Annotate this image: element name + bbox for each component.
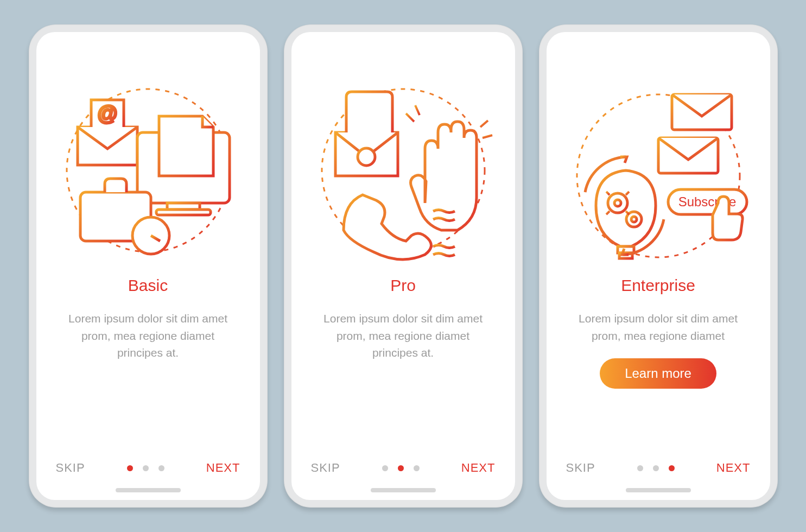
dot-1[interactable] bbox=[637, 465, 643, 471]
page-dots bbox=[637, 465, 675, 471]
skip-button[interactable]: SKIP bbox=[566, 461, 595, 475]
svg-line-23 bbox=[415, 105, 420, 115]
dot-2[interactable] bbox=[653, 465, 659, 471]
next-button[interactable]: NEXT bbox=[716, 461, 751, 475]
skip-button[interactable]: SKIP bbox=[56, 461, 85, 475]
svg-point-40 bbox=[631, 217, 637, 222]
plan-desc: Lorem ipsum dolor sit dim amet prom, mea… bbox=[61, 310, 235, 362]
home-indicator bbox=[116, 488, 181, 492]
dot-3[interactable] bbox=[414, 465, 420, 471]
screen: @ bbox=[36, 32, 260, 500]
onboarding-phone-basic: @ bbox=[29, 24, 268, 508]
svg-line-25 bbox=[483, 135, 492, 138]
plan-desc: Lorem ipsum dolor sit dim amet prom, mea… bbox=[316, 310, 490, 362]
plan-title: Pro bbox=[390, 276, 416, 295]
footer-nav: SKIP NEXT bbox=[36, 461, 260, 475]
page-dots bbox=[127, 465, 164, 471]
footer-nav: SKIP NEXT bbox=[291, 461, 515, 475]
dot-2[interactable] bbox=[398, 465, 404, 471]
onboarding-phone-pro: Pro Lorem ipsum dolor sit dim amet prom,… bbox=[284, 24, 523, 508]
svg-text:@: @ bbox=[97, 102, 118, 125]
screen: Pro Lorem ipsum dolor sit dim amet prom,… bbox=[291, 32, 515, 500]
onboarding-phone-enterprise: Subscribe Enterprise Lorem ipsum dolor s… bbox=[539, 24, 778, 508]
learn-more-button[interactable]: Learn more bbox=[600, 358, 716, 389]
next-button[interactable]: NEXT bbox=[206, 461, 240, 475]
svg-line-24 bbox=[480, 121, 488, 127]
skip-button[interactable]: SKIP bbox=[311, 461, 340, 475]
dot-1[interactable] bbox=[382, 465, 388, 471]
page-dots bbox=[382, 465, 420, 471]
screen: Subscribe Enterprise Lorem ipsum dolor s… bbox=[547, 32, 770, 500]
svg-point-18 bbox=[358, 148, 375, 166]
basic-illustration: @ bbox=[56, 75, 240, 265]
svg-point-38 bbox=[614, 200, 621, 206]
footer-nav: SKIP NEXT bbox=[547, 461, 770, 475]
dot-3[interactable] bbox=[669, 465, 675, 471]
svg-rect-4 bbox=[156, 210, 211, 215]
home-indicator bbox=[371, 488, 436, 492]
enterprise-illustration: Subscribe bbox=[566, 75, 751, 265]
dot-2[interactable] bbox=[143, 465, 149, 471]
plan-title: Enterprise bbox=[621, 276, 695, 295]
plan-desc: Lorem ipsum dolor sit dim amet prom, mea… bbox=[572, 310, 745, 344]
svg-line-22 bbox=[406, 113, 414, 122]
next-button[interactable]: NEXT bbox=[461, 461, 496, 475]
pro-illustration bbox=[311, 75, 496, 265]
plan-title: Basic bbox=[128, 276, 168, 295]
home-indicator bbox=[626, 488, 691, 492]
dot-1[interactable] bbox=[127, 465, 133, 471]
dot-3[interactable] bbox=[158, 465, 164, 471]
